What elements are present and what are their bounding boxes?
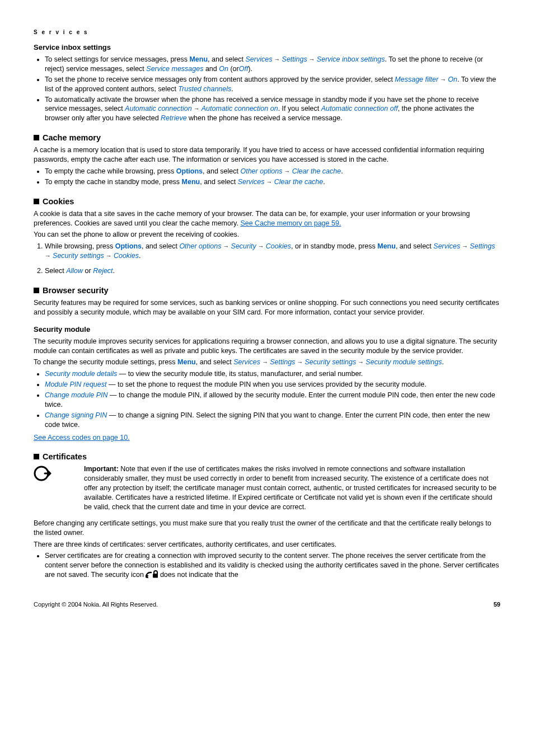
paragraph: Before changing any certificate settings…	[34, 519, 500, 538]
heading-text: Cookies	[43, 197, 74, 206]
list-item: To set the phone to receive service mess…	[45, 75, 500, 94]
menu-key: Menu	[377, 242, 396, 250]
arrow-icon: →	[283, 168, 292, 175]
paragraph: To change the security module settings, …	[34, 358, 500, 367]
options-key: Options	[176, 167, 203, 175]
important-label: Important:	[84, 465, 120, 473]
list-item: Change signing PIN — to change a signing…	[45, 411, 500, 430]
arrow-icon: →	[45, 252, 53, 259]
text: , and select	[203, 167, 240, 175]
path-part: Security module settings	[366, 358, 442, 366]
paragraph: The security module improves security se…	[34, 337, 500, 356]
text: — to view the security module title, its…	[117, 370, 363, 378]
list-item: Server certificates are for creating a c…	[45, 551, 500, 580]
arrow-icon: →	[460, 243, 470, 250]
link-access-codes[interactable]: See Access codes on page 10.	[34, 434, 130, 442]
copyright: Copyright © 2004 Nokia. All Rights Reser…	[34, 601, 427, 608]
option: Automatic connection on	[202, 105, 278, 112]
heading-security-module: Security module	[34, 325, 500, 334]
square-bullet-icon	[34, 288, 39, 293]
list-item: Select Allow or Reject.	[45, 266, 500, 276]
paragraph: A cache is a memory location that is use…	[34, 145, 500, 165]
path-part: Cookies	[266, 242, 291, 250]
list-item: To empty the cache in standby mode, pres…	[45, 177, 500, 187]
text: Note that even if the use of certificate…	[84, 465, 496, 511]
cookies-steps: While browsing, press Options, and selec…	[34, 242, 500, 276]
text: , and select	[142, 242, 179, 250]
text: — to set the phone to request the module…	[106, 381, 426, 388]
option: Module PIN request	[45, 381, 106, 388]
path-part: Services	[238, 178, 265, 186]
link-cache-memory[interactable]: See Cache memory on page 59.	[240, 219, 341, 227]
heading-cookies: Cookies	[34, 197, 500, 206]
option: Off	[239, 65, 249, 73]
paragraph: There are three kinds of certificates: s…	[34, 540, 500, 550]
certs-list: Server certificates are for creating a c…	[34, 551, 500, 580]
list-item: Security module details — to view the se…	[45, 369, 500, 379]
arrow-icon: →	[265, 179, 274, 185]
text: — to change a signing PIN. Select the si…	[45, 411, 490, 429]
svg-rect-1	[153, 574, 158, 578]
text: .	[231, 85, 233, 93]
heading-text: Browser security	[43, 286, 109, 295]
text: Select	[45, 267, 66, 275]
option: Reject	[93, 267, 113, 275]
option: Message filter	[395, 76, 438, 83]
text: . If you select	[278, 105, 321, 112]
path-part: Services	[245, 55, 272, 63]
page-number: 59	[494, 601, 500, 608]
arrow-icon: →	[192, 105, 202, 112]
option: Automatic connection off	[321, 105, 398, 112]
options-key: Options	[115, 242, 142, 250]
important-icon	[34, 464, 84, 514]
option: Trusted channels	[178, 85, 231, 93]
text: .	[442, 358, 444, 366]
text: .	[341, 167, 343, 175]
square-bullet-icon	[34, 135, 39, 140]
square-bullet-icon	[34, 454, 39, 459]
text: To select settings for service messages,…	[45, 55, 189, 63]
path-part: Settings	[270, 358, 295, 366]
option: Retrieve	[161, 114, 187, 122]
text: .	[113, 267, 115, 275]
text: or	[83, 267, 93, 275]
text: To empty the cache while browsing, press	[45, 167, 176, 175]
important-note: Important: Note that even if the use of …	[84, 464, 500, 511]
path-part: Other options	[179, 242, 221, 250]
text: .	[139, 252, 140, 260]
text: To empty the cache in standby mode, pres…	[45, 178, 182, 186]
text: .	[323, 178, 325, 186]
arrow-icon: →	[256, 243, 266, 250]
paragraph: Security features may be required for so…	[34, 298, 500, 317]
list-item: To select settings for service messages,…	[45, 55, 500, 74]
heading-text: Certificates	[43, 452, 87, 461]
cache-list: To empty the cache while browsing, press…	[34, 167, 500, 187]
path-part: Settings	[282, 55, 307, 63]
option: Automatic connection	[125, 105, 192, 112]
path-part: Security settings	[305, 358, 357, 366]
path-part: Security	[231, 242, 256, 250]
arrow-icon: →	[438, 76, 448, 83]
path-part: Security settings	[53, 252, 104, 260]
paragraph: A cookie is data that a site saves in th…	[34, 209, 500, 228]
arrow-icon: →	[104, 252, 114, 259]
option: On	[448, 76, 457, 83]
path-part: Cookies	[114, 252, 139, 260]
path-part: Services	[233, 358, 260, 366]
text: — to change the module PIN, if allowed b…	[45, 391, 495, 408]
service-inbox-list: To select settings for service messages,…	[34, 55, 500, 123]
heading-certificates: Certificates	[34, 452, 500, 461]
paragraph: You can set the phone to allow or preven…	[34, 230, 500, 240]
text: when the phone has received a service me…	[187, 114, 343, 122]
option: Security module details	[45, 370, 117, 378]
list-item: To automatically activate the browser wh…	[45, 95, 500, 124]
path-part: Other options	[240, 167, 282, 175]
path-part: Settings	[470, 242, 495, 250]
text: To change the security module settings, …	[34, 358, 177, 366]
text: While browsing, press	[45, 242, 115, 250]
menu-key: Menu	[177, 358, 196, 366]
text: , or in standby mode, press	[291, 242, 377, 250]
chapter-header: S e r v i c e s	[34, 29, 500, 35]
text: , and select	[200, 178, 237, 186]
heading-browser-security: Browser security	[34, 286, 500, 295]
